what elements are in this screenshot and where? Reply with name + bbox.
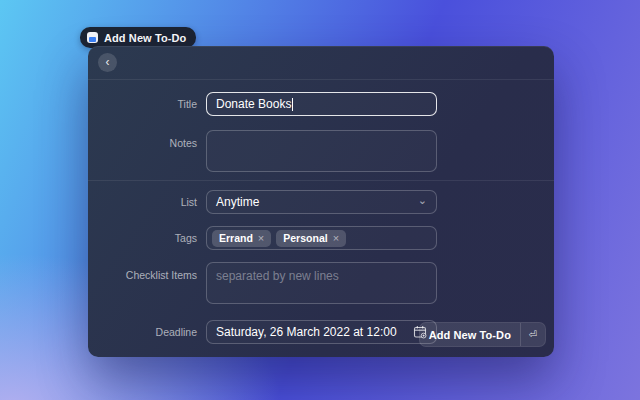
add-new-todo-button-label: Add New To-Do <box>420 329 520 341</box>
app-icon <box>87 32 98 43</box>
deadline-label: Deadline <box>88 320 197 344</box>
add-todo-window: ‹ Title Donate Books Notes List Anytime … <box>88 46 554 357</box>
back-chevron-icon: ‹ <box>106 56 110 68</box>
list-label: List <box>88 190 197 214</box>
deadline-input[interactable]: Saturday, 26 March 2022 at 12:00 <box>206 320 437 344</box>
enter-key-icon: ⏎ <box>521 329 545 340</box>
desktop-background: Add New To-Do ‹ Title Donate Books Notes… <box>0 0 640 400</box>
tags-label: Tags <box>88 226 197 250</box>
command-tooltip-label: Add New To-Do <box>104 32 186 44</box>
tag-chip-label: Errand <box>219 233 253 244</box>
back-button[interactable]: ‹ <box>98 53 117 72</box>
deadline-input-value: Saturday, 26 March 2022 at 12:00 <box>216 325 397 339</box>
checklist-label: Checklist Items <box>88 269 197 281</box>
checklist-input[interactable]: separated by new lines <box>206 262 437 304</box>
command-tooltip: Add New To-Do <box>80 27 196 48</box>
header-divider <box>88 79 554 80</box>
chevron-down-icon: ⌄ <box>418 195 427 206</box>
tag-chip-label: Personal <box>283 233 327 244</box>
title-input-value: Donate Books <box>216 97 291 111</box>
window-header: ‹ <box>88 46 554 79</box>
list-select[interactable]: Anytime ⌄ <box>206 190 437 214</box>
remove-tag-icon[interactable]: × <box>333 233 339 244</box>
remove-tag-icon[interactable]: × <box>258 233 264 244</box>
add-new-todo-button[interactable]: Add New To-Do ⏎ <box>419 322 546 347</box>
checklist-placeholder: separated by new lines <box>216 269 339 283</box>
form-divider <box>88 180 554 181</box>
notes-input[interactable] <box>206 130 437 172</box>
text-caret <box>292 98 293 111</box>
notes-label: Notes <box>88 137 197 149</box>
list-select-value: Anytime <box>216 195 259 209</box>
title-input[interactable]: Donate Books <box>206 92 437 116</box>
title-label: Title <box>88 92 197 116</box>
tag-chip[interactable]: Errand × <box>212 230 271 247</box>
tag-chip[interactable]: Personal × <box>276 230 346 247</box>
tags-input[interactable]: Errand × Personal × <box>206 226 437 250</box>
